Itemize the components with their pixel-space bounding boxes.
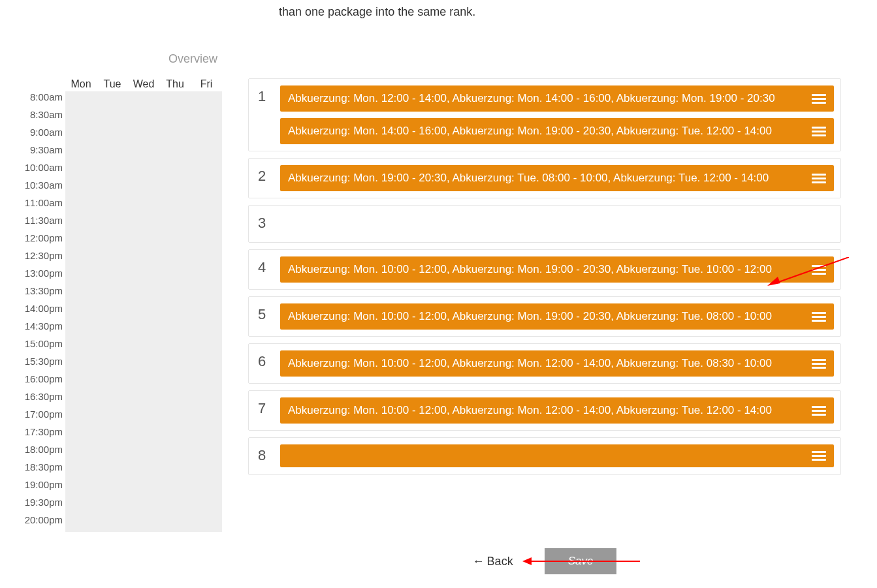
drag-handle-icon[interactable]	[812, 312, 826, 322]
rank-number: 2	[258, 168, 266, 185]
rank-number: 1	[258, 88, 266, 105]
time-label: 19:00pm	[20, 479, 65, 497]
package-chip[interactable]: Abkuerzung: Mon. 10:00 - 12:00, Abkuerzu…	[280, 256, 834, 283]
package-text: Abkuerzung: Mon. 19:00 - 20:30, Abkuerzu…	[288, 172, 804, 185]
rank-row[interactable]: 4Abkuerzung: Mon. 10:00 - 12:00, Abkuerz…	[248, 249, 841, 290]
rank-number: 3	[258, 215, 266, 232]
time-label: 15:30pm	[20, 356, 65, 373]
rank-row[interactable]: 6Abkuerzung: Mon. 10:00 - 12:00, Abkuerz…	[248, 343, 841, 384]
back-arrow-icon: ←	[473, 555, 485, 568]
package-chip[interactable]: Abkuerzung: Mon. 10:00 - 12:00, Abkuerzu…	[280, 350, 834, 377]
time-label: 16:00pm	[20, 373, 65, 391]
time-label: 13:00pm	[20, 268, 65, 285]
time-label: 17:00pm	[20, 409, 65, 426]
save-button[interactable]: Save	[545, 548, 617, 574]
calendar-body: 8:00am8:30am9:00am9:30am10:00am10:30am11…	[20, 91, 222, 532]
calendar-overview: MonTueWedThuFri 8:00am8:30am9:00am9:30am…	[20, 78, 222, 532]
drag-handle-icon[interactable]	[812, 451, 826, 461]
time-column: 8:00am8:30am9:00am9:30am10:00am10:30am11…	[20, 91, 65, 532]
time-label: 14:30pm	[20, 320, 65, 338]
day-header: Wed	[128, 78, 159, 90]
package-chip[interactable]: Abkuerzung: Mon. 19:00 - 20:30, Abkuerzu…	[280, 165, 834, 191]
rank-number: 4	[258, 259, 266, 276]
time-label: 15:00pm	[20, 338, 65, 356]
package-text: Abkuerzung: Mon. 10:00 - 12:00, Abkuerzu…	[288, 404, 804, 417]
intro-text: than one package into the same rank.	[279, 5, 475, 19]
time-label: 20:00pm	[20, 514, 65, 532]
package-text: Abkuerzung: Mon. 10:00 - 12:00, Abkuerzu…	[288, 357, 804, 370]
package-chip[interactable]: Abkuerzung: Mon. 14:00 - 16:00, Abkuerzu…	[280, 118, 834, 144]
day-header: Thu	[159, 78, 191, 90]
package-text: Abkuerzung: Mon. 14:00 - 16:00, Abkuerzu…	[288, 125, 804, 138]
time-label: 10:30am	[20, 179, 65, 197]
package-chip[interactable]: Abkuerzung: Mon. 10:00 - 12:00, Abkuerzu…	[280, 397, 834, 424]
time-label: 16:30pm	[20, 391, 65, 409]
package-chip[interactable]	[280, 444, 834, 467]
time-label: 17:30pm	[20, 426, 65, 444]
rank-number: 5	[258, 306, 266, 323]
time-label: 12:30pm	[20, 250, 65, 268]
time-label: 12:00pm	[20, 232, 65, 250]
rank-row[interactable]: 7Abkuerzung: Mon. 10:00 - 12:00, Abkuerz…	[248, 390, 841, 431]
drag-handle-icon[interactable]	[812, 94, 826, 104]
time-label: 13:30pm	[20, 285, 65, 303]
time-label: 11:30am	[20, 215, 65, 232]
back-button[interactable]: ← Back	[473, 555, 513, 568]
package-text: Abkuerzung: Mon. 10:00 - 12:00, Abkuerzu…	[288, 310, 804, 323]
rank-row[interactable]: 2Abkuerzung: Mon. 19:00 - 20:30, Abkuerz…	[248, 158, 841, 198]
rank-row[interactable]: 3	[248, 205, 841, 243]
time-label: 14:00pm	[20, 303, 65, 320]
rank-row[interactable]: 1Abkuerzung: Mon. 12:00 - 14:00, Abkuerz…	[248, 78, 841, 151]
package-chip[interactable]: Abkuerzung: Mon. 10:00 - 12:00, Abkuerzu…	[280, 303, 834, 330]
time-label: 10:00am	[20, 162, 65, 179]
drag-handle-icon[interactable]	[812, 406, 826, 416]
day-header: Tue	[97, 78, 128, 90]
overview-label: Overview	[168, 52, 217, 66]
day-header: Fri	[191, 78, 222, 90]
back-button-label: Back	[487, 555, 513, 568]
time-label: 8:00am	[20, 91, 65, 109]
drag-handle-icon[interactable]	[812, 265, 826, 275]
time-label: 19:30pm	[20, 497, 65, 514]
time-label: 11:00am	[20, 197, 65, 215]
package-text: Abkuerzung: Mon. 12:00 - 14:00, Abkuerzu…	[288, 92, 804, 105]
package-chip[interactable]: Abkuerzung: Mon. 12:00 - 14:00, Abkuerzu…	[280, 85, 834, 112]
time-label: 8:30am	[20, 109, 65, 127]
rank-number: 8	[258, 447, 266, 464]
drag-handle-icon[interactable]	[812, 174, 826, 183]
time-label: 18:30pm	[20, 461, 65, 479]
rank-number: 6	[258, 353, 266, 370]
calendar-grid	[65, 91, 222, 532]
ranking-pane[interactable]: 1Abkuerzung: Mon. 12:00 - 14:00, Abkuerz…	[248, 78, 841, 483]
time-label: 9:00am	[20, 127, 65, 144]
time-label: 18:00pm	[20, 444, 65, 461]
drag-handle-icon[interactable]	[812, 359, 826, 369]
time-label: 9:30am	[20, 144, 65, 162]
drag-handle-icon[interactable]	[812, 127, 826, 136]
footer: ← Back Save	[248, 548, 841, 574]
calendar-header: MonTueWedThuFri	[65, 78, 222, 90]
package-text: Abkuerzung: Mon. 10:00 - 12:00, Abkuerzu…	[288, 263, 804, 276]
day-header: Mon	[65, 78, 97, 90]
rank-row[interactable]: 5Abkuerzung: Mon. 10:00 - 12:00, Abkuerz…	[248, 296, 841, 337]
rank-row[interactable]: 8	[248, 437, 841, 475]
rank-number: 7	[258, 400, 266, 417]
